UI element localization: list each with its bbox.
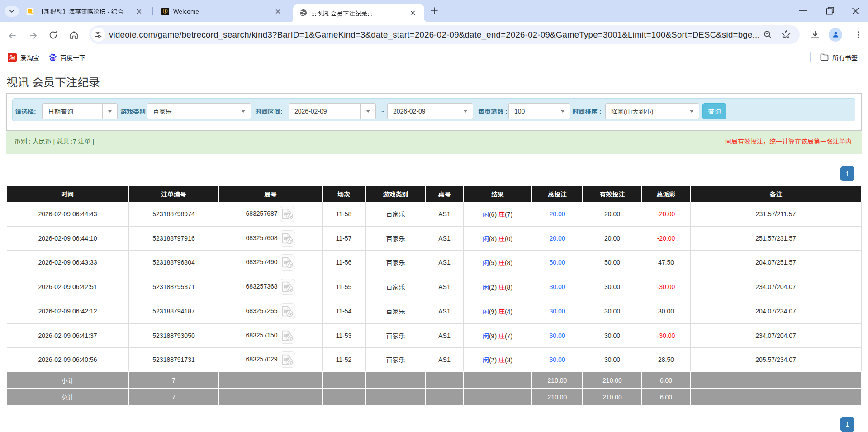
svg-text:淘: 淘 [9, 53, 15, 62]
svg-text:du: du [51, 57, 55, 61]
